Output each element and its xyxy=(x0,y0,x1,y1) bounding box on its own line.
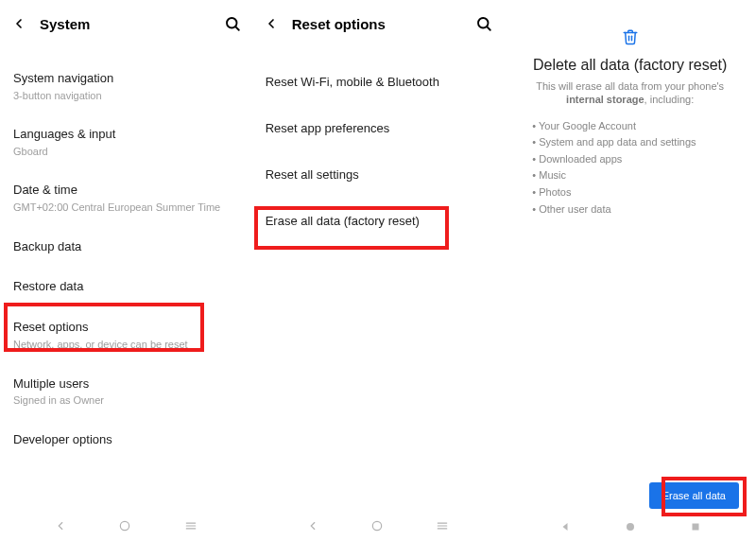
item-system-navigation[interactable]: System navigation 3-button navigation xyxy=(13,59,239,114)
item-title: Multiple users xyxy=(13,376,239,393)
item-title: System navigation xyxy=(13,71,239,87)
search-icon[interactable] xyxy=(224,15,241,32)
item-backup-data[interactable]: Backup data xyxy=(13,227,239,268)
item-subtitle: Network, apps, or device can be reset xyxy=(13,338,239,351)
item-reset-options[interactable]: Reset options Network, apps, or device c… xyxy=(13,307,239,363)
svg-point-2 xyxy=(121,521,129,530)
item-restore-data[interactable]: Restore data xyxy=(13,267,239,307)
header-reset: Reset options xyxy=(252,0,505,47)
item-date-time[interactable]: Date & time GMT+02:00 Central European S… xyxy=(13,170,239,226)
svg-point-12 xyxy=(627,523,634,531)
erase-all-data-button[interactable]: Erase all data xyxy=(649,482,739,509)
panel-reset-options: Reset options Reset Wi-Fi, mobile & Blue… xyxy=(252,0,505,541)
list-item: Other user data xyxy=(532,201,696,218)
list-item: System and app data and settings xyxy=(532,134,696,151)
panel-system: System System navigation 3-button naviga… xyxy=(0,0,252,541)
search-icon[interactable] xyxy=(475,15,492,32)
nav-back-icon[interactable] xyxy=(306,519,319,536)
nav-recent-icon[interactable] xyxy=(690,519,701,536)
nav-home-icon[interactable] xyxy=(370,519,384,536)
nav-bar xyxy=(252,515,505,541)
reset-list: Reset Wi-Fi, mobile & Bluetooth Reset ap… xyxy=(252,59,505,244)
item-multiple-users[interactable]: Multiple users Signed in as Owner xyxy=(13,364,239,420)
svg-line-1 xyxy=(235,26,238,29)
item-subtitle: 3-button navigation xyxy=(13,89,239,102)
item-title: Developer options xyxy=(13,432,239,448)
panel-title: Reset options xyxy=(292,16,386,32)
item-developer-options[interactable]: Developer options xyxy=(13,420,239,461)
page-title: Delete all data (factory reset) xyxy=(533,57,727,74)
item-title: Languages & input xyxy=(13,127,239,143)
item-subtitle: Signed in as Owner xyxy=(13,393,239,407)
nav-bar xyxy=(0,515,252,541)
header-left: System xyxy=(11,16,90,32)
item-reset-app-prefs[interactable]: Reset app preferences xyxy=(266,105,491,151)
panel-delete-data: Delete all data (factory reset) This wil… xyxy=(504,0,756,541)
list-item: Photos xyxy=(532,184,696,201)
item-reset-wifi[interactable]: Reset Wi-Fi, mobile & Bluetooth xyxy=(266,59,491,105)
panel-title: System xyxy=(40,16,90,32)
nav-recent-icon[interactable] xyxy=(183,519,198,536)
nav-bar xyxy=(504,515,756,541)
item-subtitle: GMT+02:00 Central European Summer Time xyxy=(13,201,239,214)
trash-icon xyxy=(622,28,639,45)
nav-home-icon[interactable] xyxy=(625,519,636,536)
svg-line-7 xyxy=(488,26,490,29)
item-title: Date & time xyxy=(13,183,239,199)
nav-back-icon[interactable] xyxy=(54,519,67,536)
header-system: System xyxy=(0,0,252,47)
consequence-list: Your Google Account System and app data … xyxy=(504,118,724,218)
list-item: Downloaded apps xyxy=(532,151,696,168)
svg-point-8 xyxy=(372,521,381,530)
nav-recent-icon[interactable] xyxy=(435,519,450,536)
list-item: Music xyxy=(532,167,696,184)
settings-list: System navigation 3-button navigation La… xyxy=(0,59,252,541)
header-left: Reset options xyxy=(264,16,386,32)
item-title: Restore data xyxy=(13,279,239,295)
item-erase-all-data[interactable]: Erase all data (factory reset) xyxy=(266,198,491,244)
back-arrow-icon[interactable] xyxy=(264,16,279,31)
svg-rect-13 xyxy=(692,524,698,531)
item-title: Reset options xyxy=(13,320,239,336)
desc-pre: This will erase all data from your phone… xyxy=(536,80,724,92)
list-item: Your Google Account xyxy=(532,118,696,135)
description: This will erase all data from your phone… xyxy=(504,79,756,107)
back-arrow-icon[interactable] xyxy=(11,16,26,31)
nav-home-icon[interactable] xyxy=(118,519,131,536)
item-reset-all-settings[interactable]: Reset all settings xyxy=(266,151,491,198)
item-title: Backup data xyxy=(13,239,239,255)
desc-bold: internal storage xyxy=(566,94,644,105)
item-languages-input[interactable]: Languages & input Gboard xyxy=(13,114,239,170)
nav-back-icon[interactable] xyxy=(559,519,571,536)
item-subtitle: Gboard xyxy=(13,145,239,158)
desc-post: , including: xyxy=(644,94,695,105)
